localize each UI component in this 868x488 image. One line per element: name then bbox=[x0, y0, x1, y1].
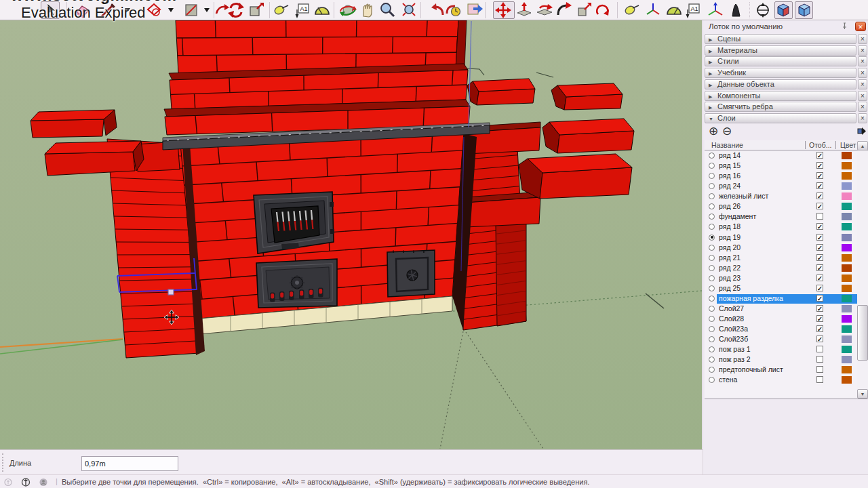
svg-text:A1: A1 bbox=[300, 5, 308, 12]
svg-text:A1: A1 bbox=[691, 5, 698, 12]
